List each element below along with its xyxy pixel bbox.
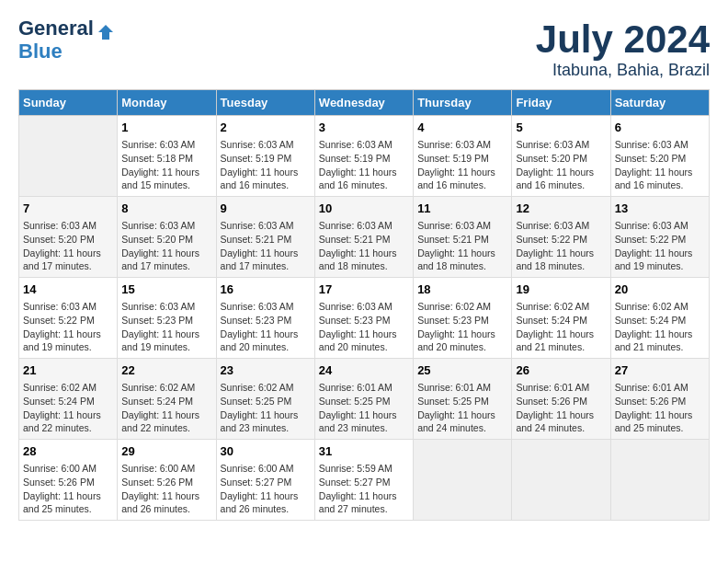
header-cell-thursday: Thursday bbox=[414, 90, 512, 116]
day-info: Sunrise: 6:03 AM Sunset: 5:20 PM Dayligh… bbox=[516, 138, 606, 192]
day-info: Sunrise: 6:03 AM Sunset: 5:23 PM Dayligh… bbox=[221, 300, 311, 354]
day-info: Sunrise: 6:02 AM Sunset: 5:24 PM Dayligh… bbox=[615, 300, 705, 354]
calendar-cell: 16Sunrise: 6:03 AM Sunset: 5:23 PM Dayli… bbox=[216, 278, 314, 359]
day-number: 15 bbox=[121, 282, 211, 298]
day-number: 18 bbox=[417, 282, 507, 298]
calendar-cell: 21Sunrise: 6:02 AM Sunset: 5:24 PM Dayli… bbox=[19, 359, 118, 440]
day-info: Sunrise: 6:00 AM Sunset: 5:27 PM Dayligh… bbox=[221, 462, 311, 516]
week-row-5: 28Sunrise: 6:00 AM Sunset: 5:26 PM Dayli… bbox=[19, 439, 710, 520]
day-info: Sunrise: 6:03 AM Sunset: 5:20 PM Dayligh… bbox=[615, 138, 705, 192]
calendar-cell bbox=[414, 439, 512, 520]
day-number: 13 bbox=[615, 201, 705, 217]
day-number: 5 bbox=[516, 120, 606, 136]
title-block: July 2024 Itabuna, Bahia, Brazil bbox=[536, 18, 710, 80]
day-info: Sunrise: 6:03 AM Sunset: 5:23 PM Dayligh… bbox=[121, 300, 211, 354]
day-number: 27 bbox=[615, 362, 705, 379]
day-number: 16 bbox=[221, 282, 311, 298]
svg-marker-0 bbox=[98, 25, 113, 40]
day-number: 11 bbox=[417, 201, 507, 217]
day-number: 17 bbox=[319, 282, 409, 298]
header-cell-friday: Friday bbox=[512, 90, 610, 116]
day-number: 21 bbox=[23, 362, 113, 379]
day-number: 10 bbox=[319, 201, 409, 217]
calendar-cell: 4Sunrise: 6:03 AM Sunset: 5:19 PM Daylig… bbox=[414, 116, 512, 197]
header-cell-sunday: Sunday bbox=[19, 90, 118, 116]
day-number: 28 bbox=[23, 443, 113, 460]
day-number: 22 bbox=[121, 362, 211, 379]
day-number: 24 bbox=[319, 362, 409, 379]
day-info: Sunrise: 6:03 AM Sunset: 5:20 PM Dayligh… bbox=[121, 219, 211, 273]
week-row-2: 7Sunrise: 6:03 AM Sunset: 5:20 PM Daylig… bbox=[19, 197, 710, 278]
day-info: Sunrise: 6:03 AM Sunset: 5:22 PM Dayligh… bbox=[23, 300, 113, 354]
calendar-table: SundayMondayTuesdayWednesdayThursdayFrid… bbox=[18, 89, 710, 521]
day-info: Sunrise: 6:03 AM Sunset: 5:21 PM Dayligh… bbox=[221, 219, 311, 273]
day-info: Sunrise: 6:03 AM Sunset: 5:23 PM Dayligh… bbox=[319, 300, 409, 354]
calendar-cell: 17Sunrise: 6:03 AM Sunset: 5:23 PM Dayli… bbox=[314, 278, 413, 359]
day-number: 9 bbox=[221, 201, 311, 217]
week-row-3: 14Sunrise: 6:03 AM Sunset: 5:22 PM Dayli… bbox=[19, 278, 710, 359]
day-info: Sunrise: 6:01 AM Sunset: 5:25 PM Dayligh… bbox=[417, 381, 507, 435]
calendar-cell: 12Sunrise: 6:03 AM Sunset: 5:22 PM Dayli… bbox=[512, 197, 610, 278]
day-number: 30 bbox=[221, 443, 311, 460]
calendar-cell: 31Sunrise: 5:59 AM Sunset: 5:27 PM Dayli… bbox=[314, 439, 413, 520]
day-number: 20 bbox=[615, 282, 705, 298]
day-number: 7 bbox=[23, 201, 113, 217]
calendar-cell bbox=[610, 439, 709, 520]
day-info: Sunrise: 6:03 AM Sunset: 5:19 PM Dayligh… bbox=[417, 138, 507, 192]
calendar-cell: 6Sunrise: 6:03 AM Sunset: 5:20 PM Daylig… bbox=[610, 116, 709, 197]
logo: General Blue bbox=[18, 18, 113, 63]
day-number: 19 bbox=[516, 282, 606, 298]
day-info: Sunrise: 6:00 AM Sunset: 5:26 PM Dayligh… bbox=[23, 462, 113, 516]
day-info: Sunrise: 6:01 AM Sunset: 5:26 PM Dayligh… bbox=[615, 381, 705, 435]
calendar-cell: 13Sunrise: 6:03 AM Sunset: 5:22 PM Dayli… bbox=[610, 197, 709, 278]
calendar-cell: 18Sunrise: 6:02 AM Sunset: 5:23 PM Dayli… bbox=[414, 278, 512, 359]
calendar-cell: 9Sunrise: 6:03 AM Sunset: 5:21 PM Daylig… bbox=[216, 197, 314, 278]
day-info: Sunrise: 6:03 AM Sunset: 5:21 PM Dayligh… bbox=[319, 219, 409, 273]
day-info: Sunrise: 6:02 AM Sunset: 5:24 PM Dayligh… bbox=[121, 381, 211, 435]
day-info: Sunrise: 6:02 AM Sunset: 5:23 PM Dayligh… bbox=[417, 300, 507, 354]
day-number: 26 bbox=[516, 362, 606, 379]
calendar-cell: 28Sunrise: 6:00 AM Sunset: 5:26 PM Dayli… bbox=[19, 439, 118, 520]
calendar-cell: 5Sunrise: 6:03 AM Sunset: 5:20 PM Daylig… bbox=[512, 116, 610, 197]
day-info: Sunrise: 6:03 AM Sunset: 5:22 PM Dayligh… bbox=[615, 219, 705, 273]
day-info: Sunrise: 5:59 AM Sunset: 5:27 PM Dayligh… bbox=[319, 462, 409, 516]
day-info: Sunrise: 6:03 AM Sunset: 5:19 PM Dayligh… bbox=[319, 138, 409, 192]
calendar-cell: 30Sunrise: 6:00 AM Sunset: 5:27 PM Dayli… bbox=[216, 439, 314, 520]
week-row-1: 1Sunrise: 6:03 AM Sunset: 5:18 PM Daylig… bbox=[19, 116, 710, 197]
logo-general: General bbox=[18, 17, 94, 40]
calendar-cell: 24Sunrise: 6:01 AM Sunset: 5:25 PM Dayli… bbox=[314, 359, 413, 440]
calendar-cell: 25Sunrise: 6:01 AM Sunset: 5:25 PM Dayli… bbox=[414, 359, 512, 440]
header-cell-tuesday: Tuesday bbox=[216, 90, 314, 116]
day-number: 23 bbox=[221, 362, 311, 379]
calendar-cell: 2Sunrise: 6:03 AM Sunset: 5:19 PM Daylig… bbox=[216, 116, 314, 197]
calendar-cell: 7Sunrise: 6:03 AM Sunset: 5:20 PM Daylig… bbox=[19, 197, 118, 278]
day-info: Sunrise: 6:02 AM Sunset: 5:24 PM Dayligh… bbox=[23, 381, 113, 435]
calendar-cell: 11Sunrise: 6:03 AM Sunset: 5:21 PM Dayli… bbox=[414, 197, 512, 278]
day-info: Sunrise: 6:01 AM Sunset: 5:26 PM Dayligh… bbox=[516, 381, 606, 435]
calendar-cell: 29Sunrise: 6:00 AM Sunset: 5:26 PM Dayli… bbox=[118, 439, 216, 520]
day-info: Sunrise: 6:03 AM Sunset: 5:18 PM Dayligh… bbox=[121, 138, 211, 192]
day-number: 3 bbox=[319, 120, 409, 136]
calendar-cell: 1Sunrise: 6:03 AM Sunset: 5:18 PM Daylig… bbox=[118, 116, 216, 197]
header-cell-wednesday: Wednesday bbox=[314, 90, 413, 116]
day-info: Sunrise: 6:01 AM Sunset: 5:25 PM Dayligh… bbox=[319, 381, 409, 435]
logo-blue: Blue bbox=[18, 40, 63, 63]
day-number: 4 bbox=[417, 120, 507, 136]
main-title: July 2024 bbox=[536, 18, 710, 61]
calendar-cell: 22Sunrise: 6:02 AM Sunset: 5:24 PM Dayli… bbox=[118, 359, 216, 440]
calendar-cell: 23Sunrise: 6:02 AM Sunset: 5:25 PM Dayli… bbox=[216, 359, 314, 440]
calendar-header-row: SundayMondayTuesdayWednesdayThursdayFrid… bbox=[19, 90, 710, 116]
header-cell-monday: Monday bbox=[118, 90, 216, 116]
calendar-cell: 14Sunrise: 6:03 AM Sunset: 5:22 PM Dayli… bbox=[19, 278, 118, 359]
day-number: 12 bbox=[516, 201, 606, 217]
calendar-cell bbox=[512, 439, 610, 520]
day-number: 14 bbox=[23, 282, 113, 298]
calendar-cell: 10Sunrise: 6:03 AM Sunset: 5:21 PM Dayli… bbox=[314, 197, 413, 278]
calendar-cell: 26Sunrise: 6:01 AM Sunset: 5:26 PM Dayli… bbox=[512, 359, 610, 440]
day-number: 2 bbox=[221, 120, 311, 136]
page-header: General Blue July 2024 Itabuna, Bahia, B… bbox=[18, 18, 710, 80]
calendar-cell: 27Sunrise: 6:01 AM Sunset: 5:26 PM Dayli… bbox=[610, 359, 709, 440]
calendar-cell: 19Sunrise: 6:02 AM Sunset: 5:24 PM Dayli… bbox=[512, 278, 610, 359]
day-info: Sunrise: 6:00 AM Sunset: 5:26 PM Dayligh… bbox=[121, 462, 211, 516]
day-number: 25 bbox=[417, 362, 507, 379]
